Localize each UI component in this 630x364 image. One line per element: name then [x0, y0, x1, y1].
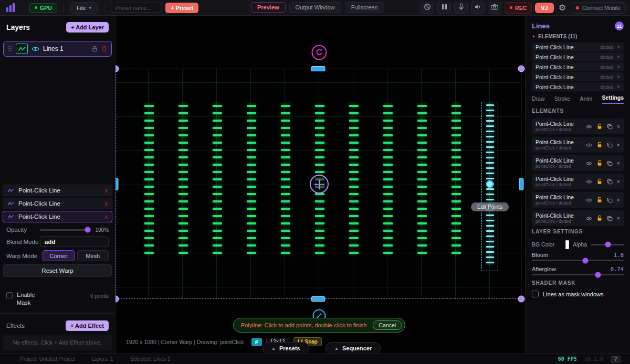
element-detail-row[interactable]: Point-Click LinepointClick / dotted ×: [532, 210, 624, 226]
add-layer-button[interactable]: + Add Layer: [66, 22, 109, 33]
close-icon[interactable]: ×: [617, 178, 620, 185]
rotate-handle-icon[interactable]: [312, 45, 327, 60]
close-icon[interactable]: ×: [617, 64, 620, 70]
elements-collapsible-header[interactable]: ▼ ELEMENTS (11): [532, 33, 624, 40]
presets-drawer-button[interactable]: ▲Presets: [262, 342, 309, 355]
close-icon[interactable]: ×: [617, 160, 620, 166]
close-icon[interactable]: ×: [617, 74, 620, 80]
quick-element-row[interactable]: Point-Click Linedotted×: [532, 42, 624, 51]
layer-visibility-eye-icon[interactable]: [32, 46, 39, 52]
bg-color-swatch[interactable]: [565, 240, 569, 249]
help-button[interactable]: ?: [611, 356, 621, 363]
visibility-eye-icon[interactable]: [586, 161, 592, 166]
slider-thumb[interactable]: [582, 258, 588, 263]
layer-delete-trash-icon[interactable]: [101, 46, 107, 52]
settings-gear-icon[interactable]: ⚙: [557, 3, 568, 13]
visibility-eye-icon[interactable]: [586, 216, 592, 221]
corner-warp-handle-top-right[interactable]: [518, 66, 525, 72]
layer-lock-icon[interactable]: [92, 46, 98, 52]
pause-button[interactable]: [437, 2, 451, 14]
afterglow-slider[interactable]: [532, 274, 624, 275]
close-icon[interactable]: ×: [617, 197, 620, 203]
output-window-button[interactable]: Output Window: [289, 2, 341, 13]
corner-warp-handle-bottom-right[interactable]: [518, 296, 525, 303]
element-detail-row[interactable]: Point-Click LinepointClick / dotted ×: [532, 174, 624, 189]
drag-handle-icon[interactable]: [8, 46, 12, 52]
vj-mode-button[interactable]: VJ: [535, 3, 553, 13]
slider-thumb[interactable]: [605, 242, 611, 248]
visibility-eye-icon[interactable]: [586, 179, 592, 184]
record-button[interactable]: REC: [505, 2, 532, 14]
grid-toggle-button[interactable]: #: [251, 338, 262, 346]
audio-button[interactable]: [471, 2, 485, 14]
element-detail-row[interactable]: Point-Click LinepointClick / dotted ×: [532, 155, 624, 171]
unlock-icon[interactable]: [596, 215, 603, 221]
element-detail-row[interactable]: Point-Click LinepointClick / dotted ×: [532, 119, 624, 134]
edit-points-button[interactable]: Edit Points: [471, 202, 509, 211]
tab-settings[interactable]: Settings: [602, 94, 624, 104]
blend-mode-select[interactable]: add: [40, 236, 109, 247]
tab-stroke[interactable]: Stroke: [554, 95, 570, 104]
add-effect-button[interactable]: + Add Effect: [66, 320, 109, 331]
file-menu-button[interactable]: File▾: [70, 2, 98, 14]
disable-button[interactable]: [421, 2, 434, 14]
fullscreen-button[interactable]: Fullscreen: [345, 2, 384, 13]
tab-draw[interactable]: Draw: [532, 95, 545, 104]
warp-corner-button[interactable]: Corner: [43, 250, 75, 261]
preview-button[interactable]: Preview: [251, 2, 286, 13]
mask-windows-checkbox[interactable]: [532, 291, 539, 297]
slider-thumb[interactable]: [85, 227, 90, 233]
screenshot-button[interactable]: [488, 2, 501, 14]
line-point-handle[interactable]: [486, 180, 494, 188]
close-icon[interactable]: ×: [617, 44, 620, 50]
element-row[interactable]: Point-Click Line x: [3, 185, 112, 196]
visibility-eye-icon[interactable]: [586, 198, 592, 202]
connect-mobile-button[interactable]: Connect Mobile: [571, 2, 626, 14]
edge-handle-top[interactable]: [311, 66, 326, 71]
bloom-slider[interactable]: [532, 260, 624, 261]
unlock-icon[interactable]: [596, 178, 603, 185]
tab-anim[interactable]: Anim: [580, 95, 592, 104]
move-handle-icon[interactable]: [310, 175, 329, 194]
warp-mesh-button[interactable]: Mesh: [77, 250, 109, 261]
layer-row-lines-1[interactable]: Lines 1: [3, 41, 112, 57]
edge-handle-bottom[interactable]: [311, 296, 326, 302]
duplicate-icon[interactable]: [607, 142, 613, 148]
projection-canvas[interactable]: Edit Points Polyline: Click to add point…: [116, 16, 525, 354]
element-row[interactable]: Point-Click Line x: [3, 198, 112, 209]
close-icon[interactable]: x: [104, 201, 108, 207]
enable-mask-checkbox[interactable]: [6, 292, 13, 298]
preset-name-input[interactable]: [111, 3, 161, 13]
duplicate-icon[interactable]: [607, 216, 613, 221]
unlock-icon[interactable]: [596, 123, 603, 130]
reset-warp-button[interactable]: Reset Warp: [3, 264, 112, 277]
visibility-eye-icon[interactable]: [586, 124, 592, 129]
close-icon[interactable]: ×: [617, 142, 620, 148]
duplicate-icon[interactable]: [607, 179, 613, 185]
unlock-icon[interactable]: [596, 160, 603, 166]
quick-element-row[interactable]: Point-Click Linedotted×: [532, 62, 624, 71]
close-icon[interactable]: ×: [617, 84, 620, 90]
element-detail-row[interactable]: Point-Click LinepointClick / dotted ×: [532, 192, 624, 208]
alpha-slider[interactable]: [591, 244, 624, 245]
quick-element-row[interactable]: Point-Click Linedotted×: [532, 82, 624, 91]
visibility-eye-icon[interactable]: [586, 143, 592, 147]
duplicate-icon[interactable]: [607, 124, 613, 130]
unlock-icon[interactable]: [596, 142, 603, 148]
close-icon[interactable]: x: [104, 214, 108, 220]
slider-thumb[interactable]: [595, 272, 601, 277]
close-icon[interactable]: x: [104, 188, 108, 194]
microphone-button[interactable]: [454, 2, 468, 14]
close-icon[interactable]: ×: [617, 215, 620, 221]
opacity-slider[interactable]: [40, 229, 91, 231]
sequencer-drawer-button[interactable]: ▲Sequencer: [326, 342, 381, 355]
add-preset-button[interactable]: + Preset: [165, 3, 198, 13]
close-icon[interactable]: ×: [617, 123, 620, 130]
element-detail-row[interactable]: Point-Click LinepointClick / dotted ×: [532, 137, 624, 153]
duplicate-icon[interactable]: [607, 160, 613, 166]
close-icon[interactable]: ×: [617, 54, 620, 60]
cancel-button[interactable]: Cancel: [373, 320, 403, 330]
quick-element-row[interactable]: Point-Click Linedotted×: [532, 52, 624, 61]
unlock-icon[interactable]: [596, 197, 603, 203]
edge-handle-right[interactable]: [519, 178, 524, 190]
